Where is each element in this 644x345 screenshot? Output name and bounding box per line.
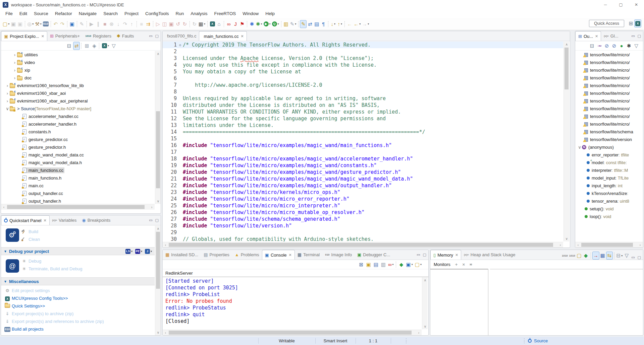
filters-button[interactable]: ✱ <box>626 42 632 50</box>
scroll-left-icon[interactable]: ‹ <box>1 204 7 210</box>
outline-item[interactable]: setup() : void <box>575 205 643 213</box>
tab-installed-sd[interactable]: ▦Installed SD... <box>163 250 201 260</box>
menu-search[interactable]: Search <box>100 9 121 18</box>
tree-item[interactable]: main_functions.h <box>1 174 155 182</box>
tab-ou[interactable]: ⊞Ou...✕ <box>575 31 601 41</box>
code-line[interactable]: 11WITHOUT WARRANTIES OR CONDITIONS OF AN… <box>163 109 563 115</box>
quick-access-button[interactable]: Quick Access <box>589 20 624 27</box>
run-as-button[interactable]: ▶▾ <box>263 20 271 28</box>
tab-breakpoints[interactable]: ◉Breakpoints <box>79 215 113 225</box>
outline-item[interactable]: tensorflow/lite/micro/ <box>575 66 643 74</box>
tree-item[interactable]: ›xip <box>1 66 155 74</box>
save-button[interactable]: ▣ <box>10 20 17 28</box>
quickstart-vertical-scrollbar[interactable]: ∧ ∨ <box>155 226 161 335</box>
editor-vertical-scrollbar[interactable]: ∧ ∨ <box>564 42 569 242</box>
scroll-down-icon[interactable]: ∨ <box>422 324 428 329</box>
tree-item-body[interactable]: utilities <box>17 52 38 57</box>
add-monitor-button[interactable]: + <box>455 262 458 267</box>
tab-image-info[interactable]: 010Image Info <box>322 250 355 260</box>
tree-item-body[interactable]: accelerometer_handler.h <box>22 122 76 127</box>
instruction-stepping-button[interactable]: ▷ <box>155 20 161 28</box>
console-output[interactable]: [Started server][Connected on port 3025]… <box>165 278 422 329</box>
next-annotation-button[interactable]: ↓▾ <box>330 20 336 28</box>
tree-item-body[interactable]: main.cc <box>22 183 44 188</box>
code-line[interactable]: 1⊖/* Copyright 2019 The TensorFlow Autho… <box>163 42 563 48</box>
tree-item-body[interactable]: output_handler.cc <box>22 191 63 196</box>
scroll-up-icon[interactable]: ∧ <box>155 226 161 231</box>
code-line[interactable]: 21#include "tensorflow/lite/micro/exampl… <box>163 176 563 182</box>
disconnect-button[interactable]: ⊗ <box>108 20 115 28</box>
fold-collapse-icon[interactable]: ⊖ <box>177 43 183 47</box>
dropdown-arrow-icon[interactable]: ▾ <box>341 22 342 25</box>
close-icon[interactable]: ✕ <box>241 34 244 39</box>
tab-project-explo[interactable]: ▣Project Explo...✕ <box>1 31 47 41</box>
dropdown-arrow-icon[interactable]: ▾ <box>131 250 132 253</box>
tree-item[interactable]: ›evkmimxrt1060_xbar_aoi <box>1 89 155 97</box>
scroll-down-icon[interactable]: ∨ <box>155 330 161 335</box>
collapsed-arrow-icon[interactable]: › <box>5 83 10 88</box>
code-line[interactable]: 15 <box>163 135 563 142</box>
code-line[interactable]: 27#include "tensorflow/lite/schema/schem… <box>163 216 563 222</box>
code-line[interactable]: 20#include "tensorflow/lite/micro/exampl… <box>163 169 563 176</box>
scroll-right-icon[interactable]: › <box>149 204 155 210</box>
clear-console-button[interactable]: ⊠ <box>358 261 365 269</box>
view-menu-button[interactable]: ▽ <box>110 42 117 50</box>
close-icon[interactable]: ✕ <box>41 34 44 39</box>
outline-item[interactable]: interpreter : tflite::M <box>575 166 643 174</box>
tree-item-body[interactable]: magic_wand_model_data.h <box>22 160 82 165</box>
redo-button[interactable]: ↷ <box>59 20 66 28</box>
tree-item[interactable]: main.cc <box>1 182 155 190</box>
scroll-up-icon[interactable]: ∧ <box>155 51 161 57</box>
tree-item-body[interactable]: evkmimxrt1060_xbar_aoi_peripheral <box>10 98 88 104</box>
tab-main-functions-cc[interactable]: main_functions.cc✕ <box>199 31 247 41</box>
maximize-view-icon[interactable]: ▢ <box>638 34 641 38</box>
mcuxpresso-config-tools-link[interactable]: XMCUXpresso Config Tools>> <box>4 294 155 302</box>
working-sets-button[interactable]: ◈ <box>91 42 98 50</box>
menu-analysis[interactable]: Analysis <box>187 9 211 18</box>
close-icon[interactable]: ✕ <box>595 34 598 39</box>
code-line[interactable]: 16#include "tensorflow/lite/micro/exampl… <box>163 142 563 149</box>
show-skipped-breakpoints-button[interactable]: ≡ <box>138 20 145 28</box>
dropdown-arrow-icon[interactable]: ▾ <box>359 22 361 25</box>
tab-heap-and-stack-usage[interactable]: (x)=Heap and Stack Usage <box>461 250 518 260</box>
tree-item[interactable]: gesture_predictor.h <box>1 143 155 151</box>
outline-item[interactable]: kTensorArenaSize : <box>575 190 643 197</box>
redlink-connect-button[interactable]: ∞ <box>225 20 232 28</box>
hide-fields-button[interactable]: ⊘ <box>603 42 610 50</box>
redlink-boot-button[interactable]: J <box>232 20 239 28</box>
home-button[interactable]: ⌂ <box>216 20 222 28</box>
dropdown-arrow-icon[interactable]: ▾ <box>40 22 42 25</box>
tree-item[interactable]: output_handler.cc <box>1 190 155 197</box>
code-line[interactable]: 9Unless required by applicable law or ag… <box>163 95 563 102</box>
tree-item[interactable]: accelerometer_handler.cc <box>1 113 155 120</box>
scroll-left-icon[interactable]: ‹ <box>163 242 168 248</box>
dropdown-arrow-icon[interactable]: ▾ <box>8 22 9 25</box>
tree-item[interactable]: gesture_predictor.cc <box>1 136 155 143</box>
pin-memory-button[interactable]: ◆ <box>583 252 589 260</box>
maximize-view-icon[interactable]: ▢ <box>155 34 159 38</box>
outline-item[interactable]: tensorflow/lite/micro/ <box>575 59 643 66</box>
menu-run[interactable]: Run <box>172 9 187 18</box>
outline-item[interactable]: tensorflow/lite/micro/ <box>575 105 643 113</box>
tab-debugger-c[interactable]: ▣Debugger C... <box>355 250 393 260</box>
tree-item-body[interactable]: accelerometer_handler.cc <box>22 114 78 119</box>
tree-item-body[interactable]: evkmimxrt1060_tensorflow_lite_lib <box>10 83 84 88</box>
hex-render-alt-button[interactable]: 1010 <box>569 252 576 260</box>
remove-monitor-button[interactable]: × <box>462 262 465 267</box>
scroll-left-icon[interactable]: ‹ <box>163 330 168 336</box>
show-whitespace-button[interactable]: ¶ <box>320 20 327 28</box>
console-vertical-scrollbar[interactable]: ∧ ∨ <box>422 277 428 329</box>
tree-item[interactable]: accelerometer_handler.h <box>1 120 155 128</box>
menu-navigate[interactable]: Navigate <box>75 9 100 18</box>
undo-button[interactable]: ↶ <box>52 20 59 28</box>
tab-faults[interactable]: ✱Faults <box>114 31 137 41</box>
code-editor[interactable]: 1⊖/* Copyright 2019 The TensorFlow Autho… <box>163 42 563 242</box>
outline-item[interactable]: tensorflow/lite/micro/ <box>575 113 643 120</box>
minimize-view-icon[interactable]: ▭ <box>149 218 152 222</box>
develop-perspective-button[interactable]: X <box>634 19 641 27</box>
outline-item[interactable]: model_input : TfLite <box>575 174 643 182</box>
step-into-button[interactable]: ↓ <box>115 20 122 28</box>
monitors-splitter[interactable] <box>488 269 488 335</box>
outline-item[interactable]: tensor_arena : uint8 <box>575 197 643 205</box>
scroll-up-icon[interactable]: ∧ <box>422 277 428 283</box>
